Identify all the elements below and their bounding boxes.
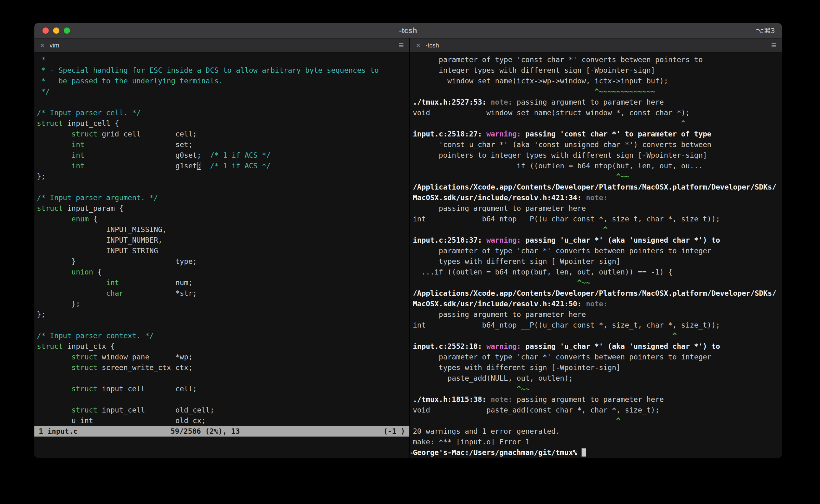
terminal-line: int g0set; /* 1 if ACS */ [37,150,409,161]
text-segment: struct [72,353,97,361]
terminal-line [37,182,409,192]
terminal-line: int g1set; /* 1 if ACS */ [37,161,409,171]
shell-pane: × -tcsh ≡ parameter of type 'const char … [410,38,782,458]
vim-pane-title: vim [50,42,59,49]
terminal-line: ^~~ [413,383,782,394]
text-segment: passing 'u_char *' (aka 'unsigned char *… [525,236,720,244]
text-segment: passing 'u_char *' (aka 'unsigned char *… [525,342,720,350]
vim-status-position: 59/2586 (2%), 13 [170,426,240,437]
terminal-line: union { [37,267,409,277]
text-segment: make: *** [input.o] Error 1 [413,438,530,446]
text-segment: types with different sign [-Wpointer-sig… [439,363,621,372]
terminal-line: ^~~ [413,171,782,182]
text-segment: /* Input parser cell. */ [37,109,141,117]
text-segment: types with different sign [-Wpointer-sig… [439,257,621,265]
text-segment: g1set [175,162,197,170]
minimize-window-button[interactable] [53,27,59,34]
text-segment: void [413,109,430,117]
terminal-line: pointers to integer types with different… [413,150,782,161]
hamburger-menu-icon[interactable]: ≡ [399,41,404,50]
terminal-line: }; [37,171,409,182]
text-segment: ^ [681,119,686,127]
text-segment: /Applications/Xcode.app/Contents/Develop… [413,289,776,297]
text-segment: warning: [486,236,525,244]
text-segment: g0set; [175,151,201,159]
terminal-line [37,320,409,330]
text-segment: /Applications/Xcode.app/Contents/Develop… [413,183,776,191]
text-segment: warning: [486,130,525,138]
text-segment: window_pane [97,353,149,361]
text-segment: enum [72,215,89,223]
terminal-line: /Applications/Xcode.app/Contents/Develop… [413,182,782,192]
vim-terminal-content[interactable]: * * - Special handling for ESC inside a … [34,52,409,426]
text-segment: struct [72,385,97,393]
text-segment: u_int [72,417,93,425]
vim-pane-empty-area [34,437,409,458]
terminal-line: window_set_name(ictx->wp->window, ictx->… [413,76,782,86]
terminal-window: -tcsh ⌥⌘3 × vim ≡ * * - Special handling… [34,23,782,458]
text-segment: union [72,268,93,276]
terminal-line: int set; [37,139,409,150]
terminal-line: integer types with different sign [-Wpoi… [413,65,782,76]
vim-statusline: 1 input.c 59/2586 (2%), 13 (-1 ) [34,426,409,437]
text-segment: passing argument to parameter here [439,310,586,319]
terminal-line: passing argument to parameter here [413,309,782,320]
terminal-line: ▸George's-Mac:/Users/gnachman/git/tmux% [413,447,782,458]
text-segment: window_set_name(struct window *, const c… [486,109,690,117]
terminal-line: struct input_cell old_cell; [37,405,409,415]
terminal-line: struct input_cell { [37,118,409,129]
close-pane-icon[interactable]: × [416,42,421,49]
text-segment: input_param { [63,204,123,212]
terminal-line: parameter of type 'char *' converts betw… [413,245,782,256]
terminal-line: void window_set_name(struct window *, co… [413,107,782,118]
terminal-line: /* Input parser cell. */ [37,107,409,118]
text-segment: passing 'const char *' to parameter of t… [525,130,711,138]
terminal-line: MacOSX.sdk/usr/include/resolv.h:421:34: … [413,192,782,203]
terminal-line [37,97,409,107]
text-segment: paste_add(const char *, char *, size_t); [486,406,660,414]
text-segment: *str; [175,289,197,297]
terminal-line: int b64_ntop __P((u_char const *, size_t… [413,320,782,330]
text-segment: struct [37,342,63,350]
terminal-line: types with different sign [-Wpointer-sig… [413,362,782,373]
terminal-line: } type; [37,256,409,267]
text-segment: /* Input parser context. */ [37,332,154,340]
text-segment: input_cell [97,406,145,414]
terminal-line: INPUT_MISSING, [37,224,409,235]
text-segment: } [72,257,76,265]
shell-terminal-content[interactable]: parameter of type 'const char *' convert… [410,52,782,458]
split-panes: × vim ≡ * * - Special handling for ESC i… [34,38,782,458]
terminal-line: * - Special handling for ESC inside a DC… [37,65,409,76]
text-segment: INPUT_STRING [106,247,158,255]
terminal-line: 'const u_char *' (aka 'const unsigned ch… [413,139,782,150]
terminal-line [37,373,409,383]
text-segment: b64_ntop __P((u_char const *, size_t, ch… [482,215,720,223]
terminal-line: * [37,54,409,65]
terminal-line: /* Input parser argument. */ [37,192,409,203]
text-segment: paste_add(NULL, out, outlen); [447,374,573,382]
terminal-line: * be passed to the underlying terminals. [37,76,409,86]
prompt-marker-icon: ▸ [410,447,414,458]
text-segment: type; [175,257,197,265]
close-window-button[interactable] [42,27,49,34]
terminal-line: passing argument to parameter here [413,203,782,214]
text-segment: ^ [603,225,607,234]
text-segment: screen_write_ctx ctx; [97,363,193,372]
hamburger-menu-icon[interactable]: ≡ [771,41,776,50]
window-title: -tcsh [34,26,782,35]
text-segment: warning: [486,342,525,350]
text-segment: struct [72,363,97,372]
terminal-line: int b64_ntop __P((u_char const *, size_t… [413,214,782,224]
terminal-line: enum { [37,214,409,224]
terminal-line: struct screen_write_ctx ctx; [37,362,409,373]
close-pane-icon[interactable]: × [40,42,45,49]
titlebar[interactable]: -tcsh ⌥⌘3 [34,23,782,38]
text-segment: passing argument to parameter here [439,204,586,212]
zoom-window-button[interactable] [64,27,70,34]
text-segment: /* 1 if ACS */ [210,151,271,159]
terminal-line: if ((outlen = b64_ntop(buf, len, out, ou… [413,161,782,171]
terminal-line: parameter of type 'const char *' convert… [413,54,782,65]
text-segment: window_set_name(ictx->wp->window, ictx->… [447,77,668,85]
terminal-line: char *str; [37,288,409,299]
terminal-line: paste_add(NULL, out, outlen); [413,373,782,383]
